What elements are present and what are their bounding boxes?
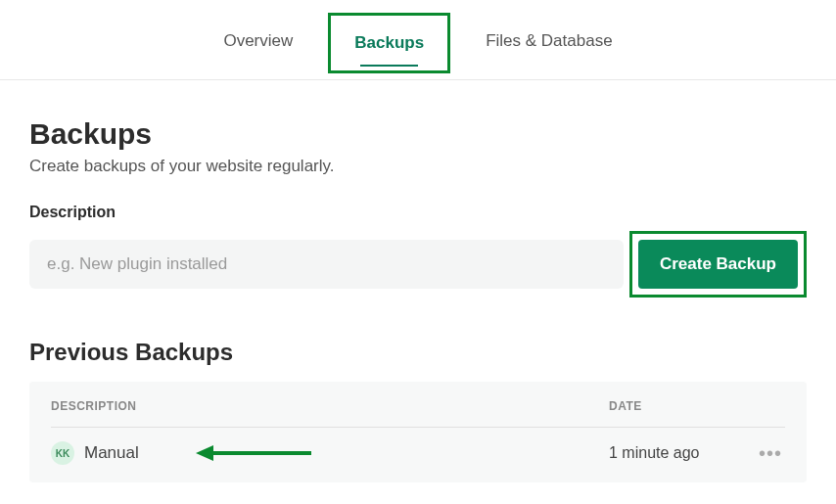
row-description-cell: KK Manual bbox=[51, 441, 609, 465]
row-date-cell: 1 minute ago bbox=[609, 444, 756, 462]
col-header-actions bbox=[756, 399, 785, 413]
more-icon: ••• bbox=[759, 442, 782, 464]
table-header: DESCRIPTION DATE bbox=[51, 399, 785, 428]
previous-backups-heading: Previous Backups bbox=[29, 339, 807, 366]
svg-marker-1 bbox=[196, 445, 213, 461]
annotation-highlight-tab: Backups bbox=[328, 13, 450, 73]
tab-backups[interactable]: Backups bbox=[354, 29, 424, 57]
description-input[interactable] bbox=[29, 240, 624, 289]
row-description-text: Manual bbox=[84, 443, 139, 463]
annotation-highlight-button: Create Backup bbox=[629, 231, 807, 298]
previous-backups-table: DESCRIPTION DATE KK Manual 1 minute ago … bbox=[29, 382, 807, 482]
avatar: KK bbox=[51, 441, 74, 465]
create-backup-row: Create Backup bbox=[29, 231, 807, 298]
row-actions-menu[interactable]: ••• bbox=[756, 442, 785, 465]
annotation-arrow-icon bbox=[196, 443, 313, 463]
main-content: Backups Create backups of your website r… bbox=[0, 80, 836, 482]
description-label: Description bbox=[29, 204, 807, 221]
col-header-date: DATE bbox=[609, 399, 756, 413]
page-title: Backups bbox=[29, 117, 807, 151]
tab-files-database[interactable]: Files & Database bbox=[486, 27, 612, 55]
table-row[interactable]: KK Manual 1 minute ago ••• bbox=[51, 428, 785, 465]
create-backup-button[interactable]: Create Backup bbox=[638, 240, 798, 289]
tab-overview[interactable]: Overview bbox=[223, 27, 293, 55]
page-subtitle: Create backups of your website regularly… bbox=[29, 157, 807, 176]
tabs-nav: Overview Backups Files & Database bbox=[0, 0, 836, 80]
col-header-description: DESCRIPTION bbox=[51, 399, 609, 413]
